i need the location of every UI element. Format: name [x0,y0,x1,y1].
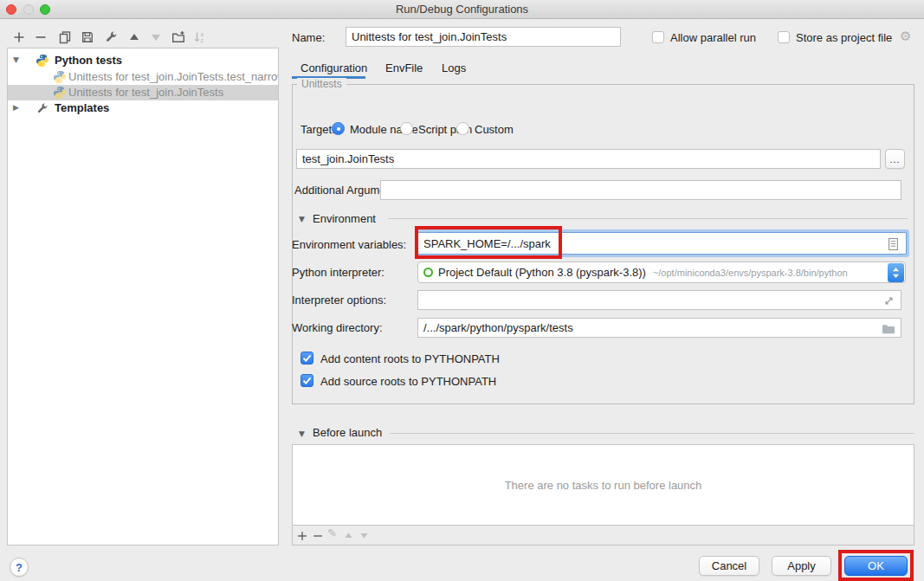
before-launch-panel: There are no tasks to run before launch … [292,444,914,545]
environment-variables-input[interactable]: SPARK_HOME=/.../spark [417,232,907,255]
unittests-group-label: Unittests [297,78,346,90]
check-icon [300,352,313,365]
radio-script-path[interactable] [400,122,413,135]
copy-configuration-button[interactable] [57,29,72,44]
interpreter-options-label: Interpreter options: [292,294,386,307]
close-button[interactable] [6,4,16,15]
move-up-button[interactable] [126,29,141,44]
store-as-project-file-checkbox[interactable] [778,31,790,43]
edit-task-icon: ✎ [327,526,337,539]
sort-configurations-button [192,29,207,44]
remove-task-button [310,528,325,543]
allow-parallel-run-checkbox[interactable] [652,31,664,43]
target-input[interactable]: test_join.JoinTests [296,149,881,169]
chevron-right-icon[interactable]: ▶ [13,103,19,112]
working-directory-label: Working directory: [292,321,383,335]
working-directory-input[interactable]: /.../spark/python/pyspark/tests [417,318,901,338]
wrench-icon [36,102,48,115]
tab-envfile[interactable]: EnvFile [385,61,423,74]
interpreter-options-input[interactable] [417,290,901,310]
python-icon [36,54,49,68]
add-content-roots-checkbox[interactable] [300,352,313,365]
conda-environment-icon [423,268,433,277]
move-down-button [148,29,163,44]
tree-item-unittests-jointests[interactable]: Unittests for test_join.JoinTests [8,85,279,100]
store-as-project-file-label: Store as project file [796,31,892,45]
titlebar: Run/Debug Configurations [0,0,924,19]
help-button[interactable]: ? [10,558,29,577]
expand-field-icon[interactable] [882,294,895,307]
move-task-up-button [341,528,356,543]
environment-collapse-icon[interactable]: ▼ [299,215,305,223]
radio-custom[interactable] [456,122,469,135]
name-label: Name: [292,31,325,45]
python-icon [53,70,67,84]
python-interpreter-label: Python interpreter: [292,266,384,280]
window-title: Run/Debug Configurations [0,0,924,19]
before-launch-toolbar: ✎ [293,526,914,545]
check-icon [300,374,313,387]
add-configuration-button[interactable] [11,29,26,44]
tree-item-templates[interactable]: ▶ Templates [8,100,279,116]
browse-folder-icon[interactable] [882,322,895,336]
tree-item-python-tests[interactable]: ▼ Python tests [8,53,279,68]
add-source-roots-label: Add source roots to PYTHONPATH [320,375,496,389]
name-input[interactable]: Unittests for test_join.JoinTests [346,27,621,47]
radio-module-name[interactable] [332,122,345,135]
before-launch-collapse-icon[interactable]: ▼ [299,429,305,438]
tab-configuration[interactable]: Configuration [300,61,367,74]
tab-logs[interactable]: Logs [442,61,466,74]
before-launch-empty-text: There are no tasks to run before launch [505,479,702,492]
configurations-tree: ▼ Python tests Unittests for test_join.J… [7,48,279,545]
python-interpreter-select[interactable]: Project Default (Python 3.8 (pyspark-3.8… [417,261,906,283]
apply-button[interactable]: Apply [772,556,831,576]
target-label: Target: [300,123,335,137]
edit-variables-icon[interactable] [888,237,899,251]
add-content-roots-label: Add content roots to PYTHONPATH [320,352,500,366]
python-icon [53,86,67,100]
add-source-roots-checkbox[interactable] [300,374,313,387]
save-configuration-button[interactable] [80,29,94,44]
before-launch-task-list[interactable]: There are no tasks to run before launch [293,445,914,526]
additional-arguments-input[interactable] [380,180,901,200]
select-stepper[interactable] [888,263,904,282]
chevron-down-icon[interactable]: ▼ [13,55,19,64]
ok-button[interactable]: OK [844,556,908,576]
environment-header[interactable]: Environment [313,212,376,225]
gear-icon[interactable]: ⚙ [900,29,911,44]
tree-item-unittests-test-narrow[interactable]: Unittests for test_join.JoinTests.test_n… [8,69,279,85]
new-folder-button[interactable] [171,29,185,44]
cancel-button[interactable]: Cancel [699,556,759,576]
radio-custom-label[interactable]: Custom [475,123,514,137]
allow-parallel-run-label: Allow parallel run [670,31,756,45]
move-task-down-button [357,528,372,543]
environment-header-line [388,218,908,219]
minimize-button [23,4,34,15]
zoom-button[interactable] [40,4,50,15]
edit-templates-button[interactable] [103,29,118,44]
before-launch-header-line [390,433,914,434]
before-launch-header[interactable]: Before launch [313,426,382,439]
browse-target-button[interactable]: ... [885,149,905,169]
remove-configuration-button[interactable] [33,29,48,44]
add-task-button[interactable] [294,528,309,543]
environment-variables-label: Environment variables: [292,238,406,252]
